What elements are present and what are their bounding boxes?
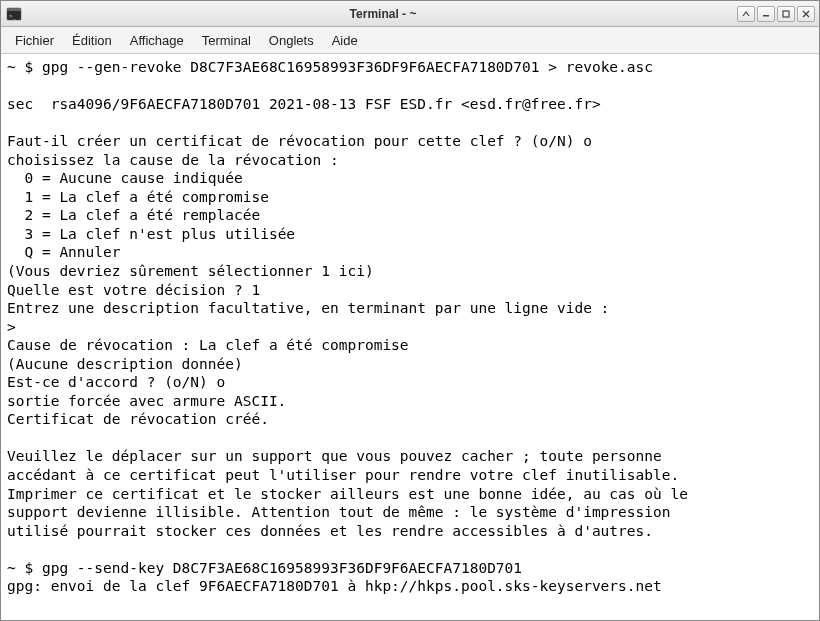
output-line: Certificat de révocation créé. [7, 411, 269, 427]
svg-rect-4 [783, 11, 789, 17]
output-line: 1 = La clef a été compromise [7, 189, 269, 205]
output-line: Quelle est votre décision ? 1 [7, 282, 260, 298]
output-line: Entrez une description facultative, en t… [7, 300, 609, 316]
close-button[interactable] [797, 6, 815, 22]
menu-fichier[interactable]: Fichier [7, 30, 62, 51]
output-line: gpg: envoi de la clef 9F6AECFA7180D701 à… [7, 578, 662, 594]
output-line: Cause de révocation : La clef a été comp… [7, 337, 409, 353]
output-line: > [7, 319, 24, 335]
svg-rect-1 [7, 8, 21, 11]
shell-prompt: ~ $ [7, 59, 42, 75]
terminal-icon: >_ [5, 5, 23, 23]
output-line: Faut-il créer un certificat de révocatio… [7, 133, 592, 149]
menu-edition[interactable]: Édition [64, 30, 120, 51]
output-line: (Aucune description donnée) [7, 356, 243, 372]
terminal-window: >_ Terminal - ~ Fichier Édition Affichag… [0, 0, 820, 621]
output-line: utilisé pourrait stocker ces données et … [7, 523, 653, 539]
menu-affichage[interactable]: Affichage [122, 30, 192, 51]
minimize-button[interactable] [757, 6, 775, 22]
shell-prompt: ~ $ [7, 560, 42, 576]
output-line: 0 = Aucune cause indiquée [7, 170, 243, 186]
titlebar: >_ Terminal - ~ [1, 1, 819, 27]
output-line: (Vous devriez sûrement sélectionner 1 ic… [7, 263, 374, 279]
output-line: sec rsa4096/9F6AECFA7180D701 2021-08-13 … [7, 96, 601, 112]
svg-rect-3 [763, 15, 769, 17]
rollup-button[interactable] [737, 6, 755, 22]
output-line: 3 = La clef n'est plus utilisée [7, 226, 295, 242]
output-line: accédant à ce certificat peut l'utiliser… [7, 467, 679, 483]
window-controls [737, 6, 815, 22]
output-line: Imprimer ce certificat et le stocker ail… [7, 486, 688, 502]
menu-aide[interactable]: Aide [324, 30, 366, 51]
menu-terminal[interactable]: Terminal [194, 30, 259, 51]
output-line: support devienne illisible. Attention to… [7, 504, 670, 520]
menubar: Fichier Édition Affichage Terminal Ongle… [1, 27, 819, 54]
command-line: gpg --send-key D8C7F3AE68C16958993F36DF9… [42, 560, 522, 576]
output-line: choisissez la cause de la révocation : [7, 152, 339, 168]
window-title: Terminal - ~ [29, 7, 737, 21]
output-line: Veuillez le déplacer sur un support que … [7, 448, 662, 464]
command-line: gpg --gen-revoke D8C7F3AE68C16958993F36D… [42, 59, 653, 75]
menu-onglets[interactable]: Onglets [261, 30, 322, 51]
svg-text:>_: >_ [9, 12, 17, 20]
output-line: Q = Annuler [7, 244, 121, 260]
output-line: 2 = La clef a été remplacée [7, 207, 260, 223]
terminal-output[interactable]: ~ $ gpg --gen-revoke D8C7F3AE68C16958993… [1, 54, 819, 620]
output-line: Est-ce d'accord ? (o/N) o [7, 374, 225, 390]
maximize-button[interactable] [777, 6, 795, 22]
output-line: sortie forcée avec armure ASCII. [7, 393, 286, 409]
